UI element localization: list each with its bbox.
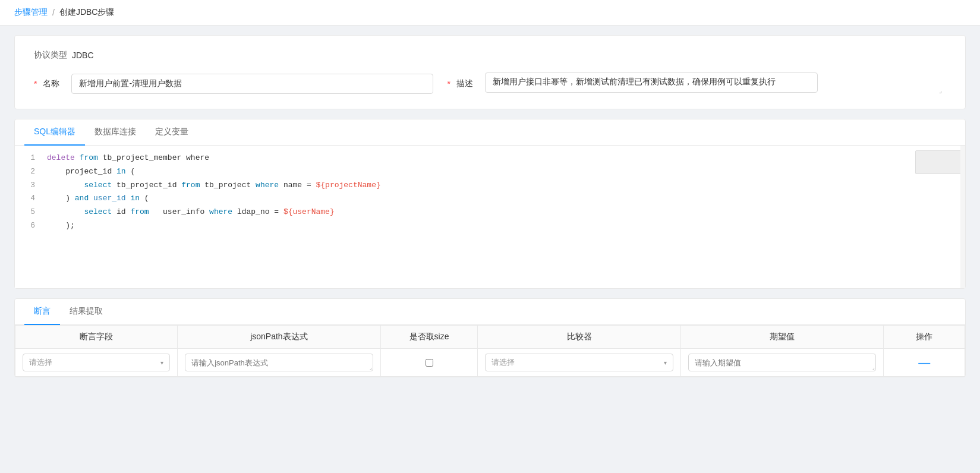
breadcrumb-parent[interactable]: 步骤管理 (14, 7, 48, 18)
tab-sql-editor[interactable]: SQL编辑器 (24, 119, 85, 146)
col-header-size: 是否取size (380, 326, 478, 349)
sql-editor-area[interactable]: 1 delete from tb_project_member where 2 … (15, 146, 965, 288)
sql-line-2: 2 project_id in ( (15, 165, 965, 179)
tab-assertion[interactable]: 断言 (24, 299, 60, 325)
assertion-select-arrow: ▾ (160, 360, 163, 366)
desc-resize-icon: ⌟ (939, 87, 945, 93)
sql-line-4: 4 ) and user_id in ( (15, 192, 965, 206)
assertion-field-select[interactable]: 请选择 ▾ (23, 354, 170, 371)
assertion-select-placeholder: 请选择 (29, 357, 52, 368)
assertion-row-1: 请选择 ▾ ⌟ (15, 349, 965, 377)
assertion-card: 断言 结果提取 断言字段 jsonPath表达式 是否取size 比较器 期望值… (14, 298, 966, 377)
delete-row-button[interactable]: — (918, 356, 930, 369)
name-required-star: * (34, 79, 37, 89)
editor-scrollbar[interactable] (960, 146, 965, 288)
assertion-table: 断言字段 jsonPath表达式 是否取size 比较器 期望值 操作 请选择 (15, 325, 965, 377)
expected-input[interactable] (688, 354, 876, 371)
desc-required-star: * (448, 79, 450, 89)
size-checkbox[interactable] (426, 359, 433, 367)
protocol-value: JDBC (72, 51, 94, 60)
tab-result-extract[interactable]: 结果提取 (60, 299, 112, 325)
comparator-select[interactable]: 请选择 ▾ (485, 354, 673, 371)
col-header-action: 操作 (884, 326, 965, 349)
page-header: 步骤管理 / 创建JDBC步骤 (0, 0, 980, 26)
comparator-select-placeholder: 请选择 (491, 357, 515, 368)
expected-resize-icon: ⌟ (872, 365, 875, 370)
col-header-expected: 期望值 (680, 326, 883, 349)
jsonpath-resize-icon: ⌟ (370, 365, 372, 370)
size-checkbox-cell (388, 359, 471, 367)
jsonpath-input[interactable] (185, 354, 373, 371)
breadcrumb-current: 创建JDBC步骤 (59, 7, 115, 18)
sql-editor-card: SQL编辑器 数据库连接 定义变量 1 delete from tb_proje… (14, 119, 966, 289)
sql-line-3: 3 select tb_project_id from tb_project w… (15, 179, 965, 193)
desc-label: 描述 (456, 78, 480, 89)
col-header-assertion: 断言字段 (15, 326, 178, 349)
name-label: 名称 (43, 78, 67, 89)
sql-line-6: 6 ); (15, 219, 965, 233)
breadcrumb-sep: / (52, 8, 55, 17)
sql-line-5: 5 select id from user_info where ldap_no… (15, 206, 965, 219)
comparator-select-arrow: ▾ (664, 360, 667, 366)
sql-tabs-header: SQL编辑器 数据库连接 定义变量 (15, 119, 965, 146)
sql-line-1: 1 delete from tb_project_member where (15, 152, 965, 165)
form-card: 协议类型 JDBC * 名称 * 描述 ⌟ (14, 35, 966, 109)
protocol-label: 协议类型 (34, 50, 67, 61)
name-input[interactable] (71, 74, 433, 94)
desc-input[interactable] (485, 72, 818, 93)
col-header-jsonpath: jsonPath表达式 (178, 326, 380, 349)
expected-wrap: ⌟ (688, 354, 876, 371)
tab-define-var[interactable]: 定义变量 (146, 119, 198, 146)
assertion-table-wrap: 断言字段 jsonPath表达式 是否取size 比较器 期望值 操作 请选择 (15, 325, 965, 377)
editor-minimap (915, 150, 963, 174)
assertion-tabs-header: 断言 结果提取 (15, 299, 965, 325)
col-header-comparator: 比较器 (478, 326, 680, 349)
jsonpath-wrap: ⌟ (185, 354, 373, 371)
tab-db-connection[interactable]: 数据库连接 (85, 119, 146, 146)
